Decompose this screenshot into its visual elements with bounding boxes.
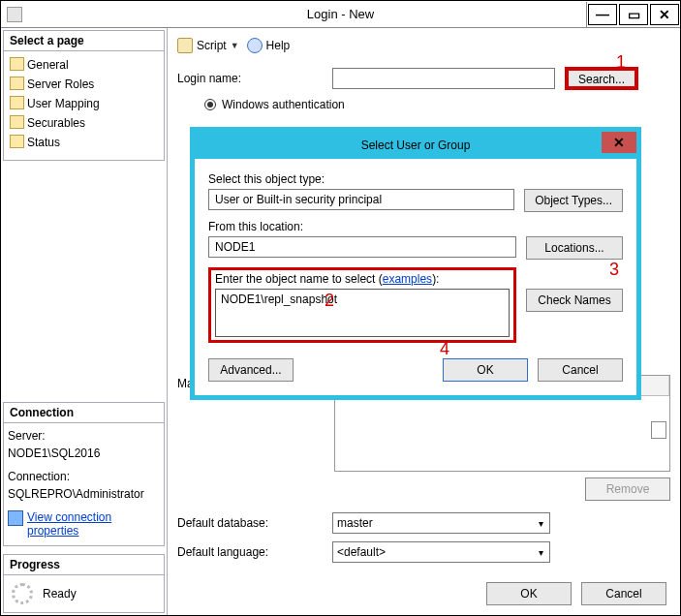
- windows-auth-radio[interactable]: Windows authentication: [204, 98, 345, 111]
- script-icon: [177, 38, 193, 53]
- enter-object-label-post: ):: [432, 272, 439, 286]
- advanced-button[interactable]: Advanced...: [208, 358, 294, 382]
- object-type-input: [208, 189, 514, 210]
- object-types-button[interactable]: Object Types...: [524, 189, 623, 212]
- login-name-input[interactable]: [332, 68, 555, 89]
- connection-value: SQLREPRO\Administrator: [8, 485, 160, 503]
- maximize-button[interactable]: ▭: [619, 4, 648, 25]
- object-type-label: Select this object type:: [208, 172, 623, 186]
- partial-input[interactable]: [651, 421, 666, 439]
- windows-auth-label: Windows authentication: [222, 98, 345, 111]
- dialog-title: Select User or Group: [361, 139, 471, 152]
- window-title: Login - New: [307, 7, 374, 21]
- select-user-dialog: Select User or Group ✕ Select this objec…: [190, 127, 641, 400]
- dialog-close-button[interactable]: ✕: [602, 132, 636, 153]
- default-language-label: Default language:: [177, 545, 332, 559]
- progress-status: Ready: [43, 587, 77, 601]
- script-dropdown[interactable]: Script ▼: [177, 38, 239, 53]
- view-connection-properties-link[interactable]: View connection properties: [8, 510, 160, 538]
- default-language-select[interactable]: <default>: [332, 541, 550, 563]
- close-button[interactable]: ✕: [650, 4, 679, 25]
- examples-link[interactable]: examples: [383, 272, 432, 286]
- chevron-down-icon: ▼: [231, 41, 239, 50]
- default-database-select[interactable]: master: [332, 512, 550, 534]
- dialog-ok-button[interactable]: OK: [443, 358, 528, 382]
- progress-spinner-icon: [12, 583, 33, 604]
- sidebar-item-user-mapping[interactable]: User Mapping: [8, 94, 160, 113]
- connection-header: Connection: [3, 402, 165, 423]
- default-language-value: <default>: [337, 545, 386, 559]
- help-label: Help: [266, 39, 291, 52]
- app-icon: [7, 7, 22, 22]
- locations-button[interactable]: Locations...: [526, 236, 623, 260]
- help-icon: [247, 38, 263, 53]
- enter-object-label-pre: Enter the object name to select (: [215, 272, 383, 286]
- check-names-button[interactable]: Check Names: [526, 289, 623, 312]
- search-button[interactable]: Search...: [565, 67, 638, 90]
- select-page-header: Select a page: [3, 30, 165, 51]
- connection-label: Connection:: [8, 468, 160, 485]
- location-label: From this location:: [208, 220, 623, 233]
- location-input: [208, 236, 516, 258]
- server-value: NODE1\SQL2016: [8, 445, 160, 462]
- sidebar-item-server-roles[interactable]: Server Roles: [8, 75, 160, 94]
- default-database-label: Default database:: [177, 516, 332, 530]
- remove-button: Remove: [585, 477, 670, 501]
- cancel-button[interactable]: Cancel: [581, 582, 666, 605]
- object-name-input[interactable]: [215, 289, 510, 337]
- ok-button[interactable]: OK: [486, 582, 572, 605]
- sidebar-item-status[interactable]: Status: [8, 133, 160, 152]
- progress-header: Progress: [3, 554, 165, 575]
- sidebar-item-securables[interactable]: Securables: [8, 113, 160, 133]
- default-database-value: master: [337, 516, 373, 530]
- title-bar: Login - New — ▭ ✕: [1, 1, 680, 28]
- server-label: Server:: [8, 427, 160, 445]
- minimize-button[interactable]: —: [588, 4, 617, 25]
- login-name-label: Login name:: [177, 72, 332, 85]
- dialog-cancel-button[interactable]: Cancel: [538, 358, 623, 382]
- script-label: Script: [197, 39, 227, 52]
- sidebar-item-general[interactable]: General: [8, 55, 160, 75]
- help-button[interactable]: Help: [247, 38, 291, 53]
